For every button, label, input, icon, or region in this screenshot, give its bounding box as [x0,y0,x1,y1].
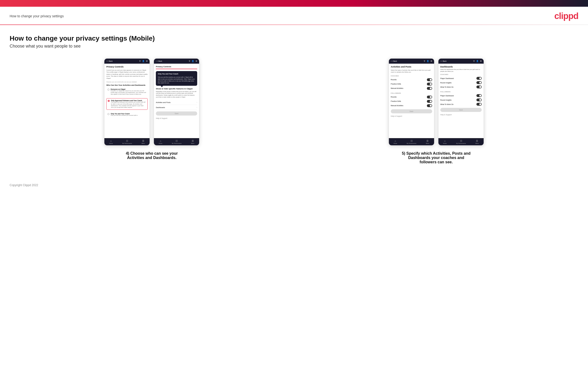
screen4-coaches-label: COACHES [440,74,482,75]
nav-home[interactable]: ⌂ Home [159,140,162,144]
toggle-coaches-drills-switch[interactable] [427,83,432,85]
toggle-coaches-what-to-work: What To Work On [440,85,482,89]
show-hide-desc: Regardless of the privacy controls that … [156,91,197,98]
profile-icon[interactable]: 👤 [476,60,479,62]
screen1-back[interactable]: ‹ < Back [106,60,112,62]
radio-approved[interactable] [108,100,110,102]
screen2-mockup: ‹ < Back ⚲ 👤 ⚙ Privacy Controls [154,58,199,146]
toggle-coaches-drills: Practice Drills [391,82,432,86]
chart-icon: ☷ [411,140,413,142]
screen1-desc: Control how you and your data appears to… [106,69,148,79]
toggle-coaches-round-insights: Round Insights [440,80,482,85]
page-title: How to change your privacy settings (Mob… [10,34,578,42]
radio-only-you[interactable] [107,113,109,115]
toggle-coaches-manual: Manual Activities [391,86,432,91]
nav-home[interactable]: ⌂ Home [443,140,447,144]
menu-icon: ☰ [192,140,194,142]
show-hide-title: Show or hide specific features in Clippd [156,88,197,90]
screen4-title: Dashboards [440,66,482,68]
screenshots-pair-1: ‹ < Back ⚲ 👤 ⚙ Privacy Controls Control … [104,58,199,146]
save-button-s3[interactable]: Save [391,109,432,113]
screen1-bottom-nav: ⌂ Home ☷ My Performance ☰ Menu [104,138,150,145]
toggle-coaches-rounds: Rounds [391,78,432,82]
nav-home[interactable]: ⌂ Home [109,140,113,144]
screen1-mockup: ‹ < Back ⚲ 👤 ⚙ Privacy Controls Control … [104,58,150,146]
profile-icon[interactable]: 👤 [192,60,194,62]
copyright: Copyright Clippd 2022 [10,184,38,187]
screen2-bottom-nav: ⌂ Home ☷ My Performance ☰ Menu [154,138,199,145]
settings-icon[interactable]: ⚙ [480,60,482,62]
toggle-followers-insights-switch[interactable] [476,99,482,101]
toggle-followers-manual-switch[interactable] [427,104,432,107]
nav-performance[interactable]: ☷ My Performance [407,140,416,144]
chevron-left-icon: ‹ [440,60,441,62]
screen1-sub-title: Who Can See Your Activities and Dashboar… [106,84,148,86]
toggle-followers-drills-switch[interactable] [427,100,432,103]
nav-performance[interactable]: ☷ My Performance [122,140,132,144]
screenshot-group-1: ‹ < Back ⚲ 👤 ⚙ Privacy Controls Control … [10,58,294,160]
save-button-s4[interactable]: Save [440,108,482,112]
menu-activities[interactable]: Activities and Posts › [156,100,197,105]
search-icon[interactable]: ⚲ [424,60,425,62]
search-icon[interactable]: ⚲ [139,60,141,62]
home-icon: ⌂ [395,140,396,142]
option-approved[interactable]: Only Approved Followers and Your Coach O… [106,98,148,110]
option2-label: Only Approved Followers and Your Coach [111,100,146,101]
nav-menu[interactable]: ☰ Menu [476,140,479,144]
chart-icon: ☷ [176,140,178,142]
screen2-back[interactable]: ‹ < Back [156,60,162,62]
screen3-content: Activities and Posts Select the types of… [389,64,434,138]
settings-icon[interactable]: ⚙ [431,60,432,62]
chevron-left-icon: ‹ [391,60,391,62]
screen2-tooltip: Only You and Your Coach Only you and the… [156,71,197,86]
toggle-followers-work-switch[interactable] [476,103,482,106]
nav-home[interactable]: ⌂ Home [394,140,397,144]
help-support-s4: Help & Support [440,114,482,116]
screen4-mockup: ‹ < Back ⚲ 👤 ⚙ Dashboards Select the das… [438,58,484,146]
toggle-coaches-work-switch[interactable] [476,85,482,88]
settings-icon[interactable]: ⚙ [146,60,148,62]
screen3-back[interactable]: ‹ < Back [391,60,397,62]
save-button-s2[interactable]: Save [156,111,197,116]
toggle-coaches-rounds-switch[interactable] [427,78,432,81]
screen2-tab-bar: Privacy Controls [156,66,197,69]
screen1-content: Privacy Controls Control how you and you… [104,64,150,138]
screen4-back[interactable]: ‹ < Back [440,60,447,62]
option-everyone[interactable]: Everyone on Clippd Everyone on Clippd ca… [106,87,148,96]
nav-menu[interactable]: ☰ Menu [426,140,429,144]
screen1-nav-icons: ⚲ 👤 ⚙ [139,60,148,62]
screen3-nav-icons: ⚲ 👤 ⚙ [424,60,432,62]
toggle-coaches-insights-switch[interactable] [476,81,482,84]
nav-performance[interactable]: ☷ My Performance [456,140,466,144]
radio-everyone[interactable] [107,89,109,91]
nav-performance[interactable]: ☷ My Performance [172,140,182,144]
toggle-coaches-player-switch[interactable] [476,77,482,80]
screen1-nav: ‹ < Back ⚲ 👤 ⚙ [104,58,150,64]
option-only-you[interactable]: Only You and Your Coach Only you and the… [106,112,148,117]
screen1-italic: However you can control who can see your… [106,81,148,83]
activities-label: Activities and Posts [156,102,171,103]
screen1-section-title: Privacy Controls [106,66,148,68]
screenshots-pair-2: ‹ < Back ⚲ 👤 ⚙ Activities and Posts Sele… [389,58,484,146]
menu-icon: ☰ [426,140,429,142]
profile-icon[interactable]: 👤 [427,60,429,62]
nav-menu[interactable]: ☰ Menu [191,140,195,144]
followers-label: FOLLOWERS [391,92,432,94]
toggle-followers-rounds-switch[interactable] [427,96,432,99]
screen4-bottom-nav: ⌂ Home ☷ My Performance ☰ Menu [438,138,484,145]
toggle-followers-manual: Manual Activities [391,103,432,108]
coaches-label: COACHES [391,75,432,77]
search-icon[interactable]: ⚲ [473,60,475,62]
option1-label: Everyone on Clippd [111,88,147,90]
search-icon[interactable]: ⚲ [189,60,190,62]
caption-4: 4) Choose who can see your Activities an… [121,151,183,160]
header-divider [0,25,588,25]
nav-menu[interactable]: ☰ Menu [142,140,145,144]
tooltip-arrow [161,86,163,87]
settings-icon[interactable]: ⚙ [196,60,197,62]
toggle-followers-player-switch[interactable] [476,94,482,97]
header: How to change your privacy settings clip… [0,7,588,25]
toggle-coaches-manual-switch[interactable] [427,87,432,90]
profile-icon[interactable]: 👤 [142,60,145,62]
menu-dashboards[interactable]: Dashboards › [156,105,197,110]
